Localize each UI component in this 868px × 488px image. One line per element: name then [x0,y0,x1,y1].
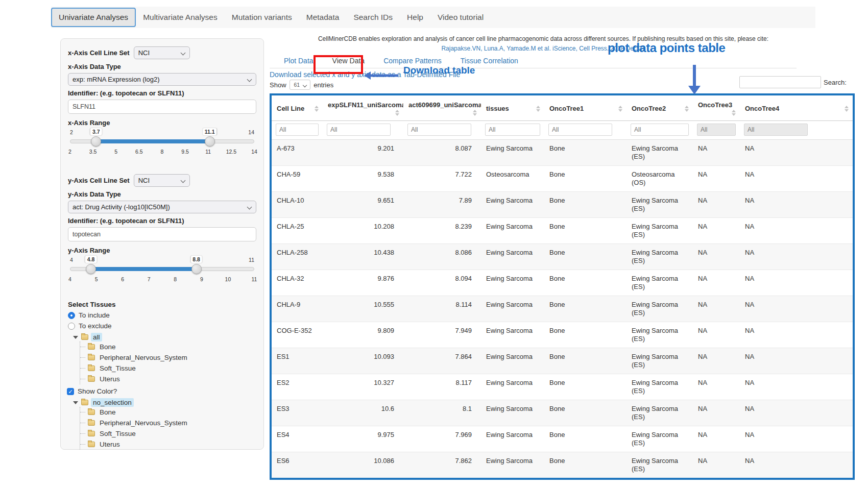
cell-oncotree2: Ewing Sarcoma (ES) [626,270,693,296]
tab-plot-data[interactable]: Plot Data [284,57,314,65]
column-filter-input[interactable] [697,124,736,136]
nav-item-mutation-variants[interactable]: Mutation variants [225,8,299,27]
sort-desc-icon [395,113,399,116]
tab-compare-patterns[interactable]: Compare Patterns [383,57,442,65]
column-filter-input[interactable] [744,124,808,136]
y-range-high-handle[interactable] [191,264,202,274]
y-axis-cell-line-set-select[interactable]: NCI [134,174,190,187]
nav-item-help[interactable]: Help [400,8,430,27]
nav-item-metadata[interactable]: Metadata [299,8,347,27]
x-axis-range-slider[interactable]: 2143.711.123.556.589.51112.514 [70,129,254,157]
tissue-select-tree-node-peripheral_nervous_system[interactable]: Peripheral_Nervous_System [80,352,256,363]
exclude-radio-label: To exclude [79,322,112,330]
sort-icon[interactable] [618,106,622,112]
cell-oncotree3: NA [693,322,740,348]
show-color-checkbox[interactable]: ✓ [67,388,74,395]
table-row[interactable]: CHLA-910.5558.114Ewing SarcomaBoneEwing … [272,296,853,322]
y-axis-identifier-input[interactable] [68,227,256,241]
y-axis-data-type-select[interactable]: act: Drug Activity (-log10[IC50M]) [68,201,256,213]
x-range-low-handle[interactable] [91,136,101,147]
cell-oncotree4: NA [740,140,853,166]
sort-icon[interactable] [685,106,689,112]
table-search-input[interactable] [739,76,821,88]
citation-link[interactable]: Rajapakse.VN, Luna.A, Yamade.M et al. iS… [270,45,817,52]
sort-icon[interactable] [845,106,849,112]
x-range-tick: 6.5 [135,149,143,155]
column-header-cell line[interactable]: Cell Line [272,95,323,121]
cell-act609699_unisarcoma: 8.1 [403,400,481,426]
column-filter-input[interactable] [407,124,471,136]
tissue-select-tree-node-uterus[interactable]: Uterus [80,374,256,384]
tissue-color-tree-node-bone[interactable]: Bone [80,407,256,418]
column-filter-input[interactable] [276,124,319,136]
cell-oncotree4: NA [740,218,853,244]
table-row[interactable]: CHLA-329.8768.094Ewing SarcomaBoneEwing … [272,270,853,296]
nav-item-video-tutorial[interactable]: Video tutorial [430,8,491,27]
cell-expslfn11_unisarcoma: 9.538 [323,166,403,192]
x-axis-identifier-input[interactable] [68,100,256,114]
sort-icon[interactable] [395,110,399,116]
table-row[interactable]: ES310.68.1Ewing SarcomaBoneEwing Sarcoma… [272,400,853,426]
tissue-select-tree-root-label: all [91,333,102,341]
tissue-color-tree-node-peripheral_nervous_system[interactable]: Peripheral_Nervous_System [80,418,256,428]
table-row[interactable]: CHLA-2510.2088.239Ewing SarcomaBoneEwing… [272,218,853,244]
column-header-oncotree2[interactable]: OncoTree2 [626,95,693,121]
column-filter-input[interactable] [485,124,540,136]
y-range-tick: 7 [148,276,151,282]
show-color-option[interactable]: ✓ Show Color? [67,387,256,395]
table-row[interactable]: A-6739.2018.087Ewing SarcomaBoneEwing Sa… [272,140,853,166]
cell-expslfn11_unisarcoma: 9.809 [323,322,403,348]
sort-icon[interactable] [473,110,477,116]
sort-icon[interactable] [536,106,540,112]
tissue-select-tree-root[interactable]: all [73,333,256,341]
nav-item-multivariate-analyses[interactable]: Multivariate Analyses [136,8,225,27]
column-header-expslfn11_unisarcoma[interactable]: expSLFN11_uniSarcoma [323,95,403,121]
folder-icon [88,409,95,415]
table-row[interactable]: ES110.0937.864Ewing SarcomaBoneEwing Sar… [272,348,853,374]
axis-settings-panel: x-Axis Cell Line Set NCI x-Axis Data Typ… [60,38,264,450]
column-header-oncotree3[interactable]: OncoTree3 [693,95,740,121]
column-filter-input[interactable] [548,124,612,136]
table-row[interactable]: ES210.3278.117Ewing SarcomaBoneEwing Sar… [272,374,853,400]
cell-cell line: ES2 [272,374,323,400]
tissues-include-option[interactable]: To include [68,311,256,319]
nav-item-univariate-analyses[interactable]: Univariate Analyses [51,8,136,27]
x-axis-cell-line-set-select[interactable]: NCI [134,46,190,59]
column-filter-input[interactable] [631,124,689,136]
tissue-color-tree-node-soft_tissue[interactable]: Soft_Tissue [80,428,256,439]
tissues-exclude-option[interactable]: To exclude [68,322,256,330]
cell-act609699_unisarcoma: 8.114 [403,296,481,322]
table-row[interactable]: CHLA-109.6517.89Ewing SarcomaBoneEwing S… [272,192,853,218]
column-header-oncotree1[interactable]: OncoTree1 [544,95,626,121]
tissue-select-tree: allBonePeripheral_Nervous_SystemSoft_Tis… [73,333,256,384]
tissue-select-tree-node-bone[interactable]: Bone [80,341,256,352]
tree-expander-icon[interactable] [73,401,78,404]
table-row[interactable]: ES49.9757.969Ewing SarcomaBoneEwing Sarc… [272,426,853,452]
tree-expander-icon[interactable] [73,336,78,339]
column-filter-input[interactable] [327,124,391,136]
tissue-select-tree-node-soft_tissue[interactable]: Soft_Tissue [80,363,256,374]
page-size-select[interactable]: 61 [290,80,311,90]
table-row[interactable]: CHA-599.5387.722OsteosarcomaBoneOsteosar… [272,166,853,192]
table-row[interactable]: ES710.7288.249Ewing SarcomaBoneEwing Sar… [272,478,853,480]
y-range-low-handle[interactable] [86,264,96,274]
x-range-high-handle[interactable] [205,136,215,147]
sort-icon[interactable] [732,110,736,116]
tissue-color-tree-root[interactable]: no_selection [73,398,256,407]
column-header-oncotree4[interactable]: OncoTree4 [740,95,853,121]
include-radio[interactable] [68,312,75,319]
table-row[interactable]: COG-E-3529.8097.949Ewing SarcomaBoneEwin… [272,322,853,348]
cell-oncotree3: NA [693,374,740,400]
x-axis-data-type-select[interactable]: exp: mRNA Expression (log2) [68,73,256,86]
nav-item-search-ids[interactable]: Search IDs [346,8,400,27]
tissue-color-tree-node-uterus[interactable]: Uterus [80,439,256,450]
column-header-tissues[interactable]: tissues [481,95,544,121]
column-header-act609699_unisarcoma[interactable]: act609699_uniSarcoma [403,95,481,121]
y-axis-range-slider[interactable]: 4114.88.84567891011 [70,257,254,284]
sort-icon[interactable] [315,106,319,112]
exclude-radio[interactable] [68,323,75,330]
tab-tissue-correlation[interactable]: Tissue Correlation [461,57,518,65]
y-range-tick: 4 [68,276,71,282]
table-row[interactable]: CHLA-25810.4388.086Ewing SarcomaBoneEwin… [272,244,853,270]
table-row[interactable]: ES610.0867.862Ewing SarcomaBoneEwing Sar… [272,452,853,478]
